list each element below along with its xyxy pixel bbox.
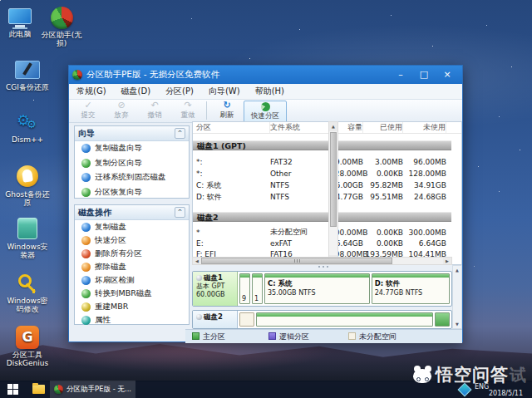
partition-block-e[interactable] [256, 312, 433, 327]
discard-button[interactable]: ⊘ 放弃 [105, 101, 138, 120]
sidebar-item-label: 属性 [95, 315, 111, 326]
scrollbar-thumb[interactable] [201, 258, 392, 264]
splitter-grip[interactable] [318, 266, 328, 268]
partition-block-c[interactable]: C: 系统 35.00GB NTFS [264, 273, 370, 304]
legend-label: 主分区 [203, 332, 225, 342]
disk-name: 磁盘2 [204, 312, 223, 322]
menu-partition[interactable]: 分区(P) [158, 86, 201, 97]
disk-name: 磁盘1 [204, 273, 223, 283]
table-row[interactable]: * 未分配空间 300.00MB 0.00KB 300.00MB [193, 227, 461, 238]
disk1-label-box[interactable]: 磁盘1 基本 GPT 60.00GB [193, 272, 238, 306]
menu-wizard[interactable]: 向导(W) [201, 86, 248, 97]
desktop-icon-ghost-backup[interactable]: Ghost备份还 原 [0, 165, 55, 208]
scroll-right-icon[interactable]: ▶ [443, 258, 451, 264]
menu-general[interactable]: 常规(G) [69, 86, 114, 97]
column-header-partition[interactable]: 分区 [196, 122, 270, 133]
partition-block-f[interactable] [435, 312, 450, 327]
desktop-icon-label: CGI备份还原 [0, 83, 55, 91]
disk1-map-panel[interactable]: 磁盘1 基本 GPT 60.00GB 9 1 C: 系统 35.00GB NTF… [192, 271, 452, 307]
pie-chart-icon [51, 7, 73, 29]
sidebar-item-delete-all-partitions[interactable]: 删除所有分区 [75, 247, 189, 260]
wizard-panel-header[interactable]: 向导 ^ [75, 126, 189, 141]
undo-button[interactable]: ↶ 撤销 [138, 101, 171, 120]
partition-block-efi[interactable]: 9 [239, 273, 250, 304]
unallocated-block[interactable] [239, 312, 254, 327]
sidebar-item-properties[interactable]: 属性 [75, 313, 189, 327]
ghost-shape [22, 169, 33, 183]
menu-disk[interactable]: 磁盘(D) [114, 86, 159, 97]
block-title: D: 软件 [375, 279, 449, 289]
sidebar-item-convert-mbr[interactable]: 转换到MBR磁盘 [75, 287, 189, 300]
disk2-map-panel[interactable]: 磁盘2 [192, 310, 452, 329]
desktop-icon-this-pc[interactable]: 此电脑 [1, 7, 39, 38]
close-button[interactable]: × [436, 66, 459, 84]
column-header-unused[interactable]: 未使用 [403, 122, 446, 133]
column-header-filesystem[interactable]: 文件系统 [270, 122, 330, 133]
table-horizontal-scrollbar[interactable]: ◀ ▶ [192, 257, 452, 265]
table-row[interactable]: D: 软件 NTFS 24.77GB 95.51MB 24.68GB [193, 191, 461, 203]
quick-partition-button[interactable]: 快速分区 [244, 101, 287, 123]
sidebar-item-rebuild-mbr[interactable]: 重建MBR [75, 300, 189, 313]
watermark-faded-text: 试 [510, 364, 526, 386]
sidebar-item-migrate-os-ssd[interactable]: 迁移系统到固态磁盘 [75, 170, 189, 185]
taskbar-task-partition-assistant[interactable]: 分区助手PE版 - 无... [50, 381, 135, 398]
table-vertical-scrollbar[interactable]: ▲ ▼ [328, 121, 338, 265]
sidebar-item-quick-partition[interactable]: 快速分区 [75, 233, 189, 247]
scroll-up-icon[interactable]: ▲ [453, 266, 461, 274]
refresh-button[interactable]: ↻ 刷新 [210, 101, 244, 120]
primary-partition-strip [253, 274, 262, 278]
diskmap-scrollbar[interactable]: ▲ ▼ [452, 265, 462, 329]
scrollbar-thumb[interactable] [330, 132, 337, 227]
toolbar: ✓ 提交 ⊘ 放弃 ↶ 撤销 ↷ 重做 ↻ 刷新 快速分区 [69, 100, 462, 123]
sidebar-item-wipe-disk[interactable]: 擦除磁盘 [75, 260, 189, 273]
sidebar-item-partition-recovery[interactable]: 分区恢复向导 [75, 185, 189, 200]
disk2-group-bar[interactable]: 磁盘2 [193, 212, 451, 222]
scroll-left-icon[interactable]: ◀ [193, 258, 201, 264]
this-pc-icon [7, 8, 32, 28]
partition-block-msr[interactable]: 1 [252, 273, 263, 304]
start-button[interactable] [7, 384, 18, 395]
menu-help[interactable]: 帮助(H) [248, 86, 292, 97]
partition-assistant-window: 分区助手PE版 - 无损分区免费软件 – □ × 常规(G) 磁盘(D) 分区(… [68, 65, 463, 342]
sidebar-item-copy-disk[interactable]: 复制磁盘 [75, 220, 189, 233]
title-bar[interactable]: 分区助手PE版 - 无损分区免费软件 – □ × [69, 66, 462, 84]
scrollbar-track[interactable] [392, 258, 443, 264]
table-row[interactable]: *: FAT32 99.00MB 3.00MB 96.00MB [193, 156, 461, 168]
sidebar-item-copy-disk-wizard[interactable]: 复制磁盘向导 [75, 141, 189, 156]
commit-button[interactable]: ✓ 提交 [71, 101, 105, 120]
desktop-icon-label: Windows密 码修改 [0, 297, 55, 314]
desktop-icon-cgi-backup[interactable]: CGI备份还原 [0, 58, 55, 91]
file-explorer-icon[interactable] [32, 385, 45, 394]
block-title: C: 系统 [268, 279, 369, 289]
key-icon [15, 272, 40, 295]
sidebar-item-copy-partition-wizard[interactable]: 复制分区向导 [75, 156, 189, 171]
desktop-icon-label: Ghost备份还 原 [0, 190, 55, 208]
taskbar-date[interactable]: 2018/5/11 [489, 390, 523, 397]
cell-unused: 300.00MB [403, 228, 446, 237]
monitor-base [12, 27, 27, 29]
desktop-icon-dism[interactable]: ⚙ ⚙ Dism++ [0, 112, 55, 144]
dism-gears-icon: ⚙ ⚙ [15, 112, 40, 134]
maximize-button[interactable]: □ [412, 66, 436, 84]
ghost-ball-shape [17, 165, 38, 187]
scroll-down-icon[interactable]: ▼ [453, 320, 461, 328]
desktop-icon-windows-installer[interactable]: Windows安 装器 [0, 216, 55, 260]
disk1-group-bar[interactable]: 磁盘1 (GPT) [193, 140, 451, 150]
desktop-icon-diskgenius[interactable]: G 分区工具 DiskGenius [0, 326, 55, 368]
desktop-icon-windows-password[interactable]: Windows密 码修改 [0, 272, 55, 314]
table-row[interactable]: C: 系统 NTFS 35.00GB 95.82MB 34.91GB [193, 179, 461, 191]
diskgenius-logo: G [16, 326, 39, 349]
disk2-label-box[interactable]: 磁盘2 [193, 311, 238, 328]
collapse-chevron-icon[interactable]: ^ [175, 128, 185, 139]
redo-button[interactable]: ↷ 重做 [171, 101, 204, 120]
collapse-chevron-icon[interactable]: ^ [175, 207, 185, 218]
scroll-up-icon[interactable]: ▲ [329, 122, 337, 131]
minimize-button[interactable]: – [389, 66, 412, 84]
sidebar-item-bad-sector-check[interactable]: 坏扇区检测 [75, 273, 189, 287]
table-row[interactable]: *: Other 128.00MB 0.00KB 128.00MB [193, 168, 461, 179]
column-header-used[interactable]: 已使用 [363, 122, 403, 133]
table-row[interactable]: E: exFAT 6.64GB 0.00KB 6.64GB [193, 238, 461, 248]
disk-operations-header[interactable]: 磁盘操作 ^ [75, 205, 189, 220]
desktop-icon-partition-assistant[interactable]: 分区助手(无 损) [40, 7, 83, 48]
partition-block-d[interactable]: D: 软件 24.77GB NTFS [372, 273, 450, 304]
